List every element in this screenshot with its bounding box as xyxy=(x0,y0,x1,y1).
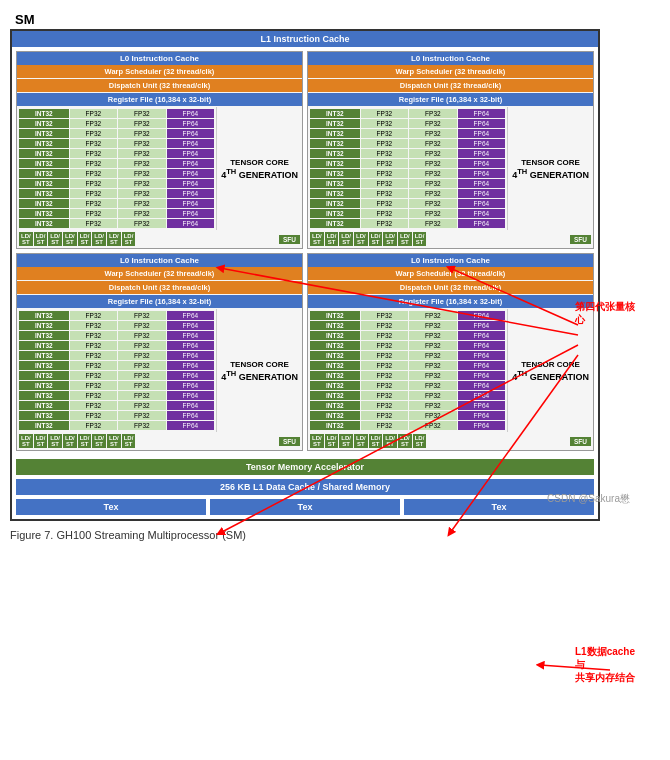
core-cell: FP32 xyxy=(409,109,457,118)
cores-grid-bl: INT32FP32FP32FP64INT32FP32FP32FP64INT32F… xyxy=(17,309,216,432)
core-cell: FP64 xyxy=(458,371,506,380)
core-cell: FP64 xyxy=(458,179,506,188)
core-cell: FP32 xyxy=(409,401,457,410)
core-cell: INT32 xyxy=(19,401,69,410)
ldst-cell: LD/ST xyxy=(398,232,412,246)
core-cell: FP64 xyxy=(458,331,506,340)
core-cell: FP64 xyxy=(458,199,506,208)
ldst-cell: LD/ST xyxy=(48,434,62,448)
ldst-cell: LD/ST xyxy=(19,434,33,448)
core-cell: INT32 xyxy=(19,341,69,350)
core-cell: INT32 xyxy=(310,179,360,188)
core-cell: INT32 xyxy=(310,411,360,420)
ldst-cell: LD/ST xyxy=(354,434,368,448)
core-cell: FP32 xyxy=(361,109,409,118)
core-cell: INT32 xyxy=(310,199,360,208)
core-cell: FP32 xyxy=(409,351,457,360)
core-cell: FP32 xyxy=(361,169,409,178)
core-cell: FP64 xyxy=(167,199,215,208)
warp-scheduler-tr: Warp Scheduler (32 thread/clk) xyxy=(308,65,593,78)
core-cell: FP32 xyxy=(361,421,409,430)
cores-area-bl: INT32FP32FP32FP64INT32FP32FP32FP64INT32F… xyxy=(17,309,302,432)
core-cell: FP32 xyxy=(118,311,166,320)
tensor-core-label-tl: TENSOR CORE xyxy=(230,158,289,167)
l1-data-cache: 256 KB L1 Data Cache / Shared Memory xyxy=(16,479,594,495)
core-cell: FP32 xyxy=(70,199,118,208)
ldst-cell: LD/ST xyxy=(78,434,92,448)
core-cell: FP32 xyxy=(118,351,166,360)
sfu-row-bl: LD/STLD/STLD/STLD/STLD/STLD/STLD/STLD/ST… xyxy=(17,432,302,450)
core-cell: FP64 xyxy=(167,179,215,188)
core-cell: INT32 xyxy=(310,331,360,340)
ldst-cell: LD/ST xyxy=(339,232,353,246)
core-cell: FP32 xyxy=(118,341,166,350)
core-cell: INT32 xyxy=(19,411,69,420)
ldst-cell: LD/ST xyxy=(339,434,353,448)
core-cell: FP32 xyxy=(361,391,409,400)
core-cell: FP32 xyxy=(70,179,118,188)
core-cell: INT32 xyxy=(310,311,360,320)
core-cell: FP64 xyxy=(167,109,215,118)
core-cell: FP32 xyxy=(118,159,166,168)
core-cell: FP32 xyxy=(70,159,118,168)
ldst-cell: LD/ST xyxy=(63,232,77,246)
core-cell: INT32 xyxy=(19,209,69,218)
core-cell: FP64 xyxy=(458,139,506,148)
core-cell: INT32 xyxy=(19,219,69,228)
warp-scheduler-tl: Warp Scheduler (32 thread/clk) xyxy=(17,65,302,78)
dispatch-unit-tr: Dispatch Unit (32 thread/clk) xyxy=(308,79,593,92)
tensor-core-bl: TENSOR CORE 4TH GENERATION xyxy=(216,309,302,432)
core-cell: FP64 xyxy=(167,119,215,128)
warp-scheduler-br: Warp Scheduler (32 thread/clk) xyxy=(308,267,593,280)
core-cell: FP32 xyxy=(70,321,118,330)
core-cell: FP32 xyxy=(70,189,118,198)
core-cell: INT32 xyxy=(310,109,360,118)
sfu-cell: SFU xyxy=(279,437,300,446)
ldst-cell: LD/ST xyxy=(92,232,106,246)
core-cell: FP64 xyxy=(167,391,215,400)
core-cell: FP64 xyxy=(458,401,506,410)
core-cell: FP32 xyxy=(118,411,166,420)
core-cell: FP32 xyxy=(361,129,409,138)
core-cell: FP32 xyxy=(70,371,118,380)
ldst-cell: LD/ST xyxy=(413,232,427,246)
tensor-memory-accelerator: Tensor Memory Accelerator xyxy=(16,459,594,475)
core-cell: FP64 xyxy=(458,209,506,218)
core-cell: FP32 xyxy=(409,199,457,208)
core-cell: FP32 xyxy=(409,189,457,198)
core-cell: INT32 xyxy=(310,219,360,228)
core-cell: FP32 xyxy=(118,219,166,228)
tensor-core-gen-tl: 4TH GENERATION xyxy=(221,167,298,180)
core-cell: FP32 xyxy=(361,381,409,390)
core-cell: FP64 xyxy=(167,361,215,370)
tensor-core-label-tr: TENSOR CORE xyxy=(521,158,580,167)
core-cell: FP64 xyxy=(167,381,215,390)
core-cell: INT32 xyxy=(19,331,69,340)
core-cell: FP32 xyxy=(118,391,166,400)
warp-scheduler-bl: Warp Scheduler (32 thread/clk) xyxy=(17,267,302,280)
core-cell: FP64 xyxy=(458,341,506,350)
core-cell: FP64 xyxy=(458,119,506,128)
core-cell: FP32 xyxy=(409,159,457,168)
core-cell: FP64 xyxy=(458,351,506,360)
core-cell: FP32 xyxy=(70,351,118,360)
core-cell: FP32 xyxy=(361,139,409,148)
core-cell: FP32 xyxy=(118,401,166,410)
core-cell: FP32 xyxy=(70,219,118,228)
core-cell: FP64 xyxy=(167,189,215,198)
tensor-core-gen-tr: 4TH GENERATION xyxy=(512,167,589,180)
core-cell: FP32 xyxy=(361,149,409,158)
ldst-cell: LD/ST xyxy=(398,434,412,448)
annotation-tensor-core: 第四代张量核心 xyxy=(575,300,640,326)
core-cell: INT32 xyxy=(310,129,360,138)
register-file-bl: Register File (16,384 x 32-bit) xyxy=(17,295,302,308)
ldst-cell: LD/ST xyxy=(92,434,106,448)
annotation-l1-cache: L1数据cache与 共享内存结合 xyxy=(575,645,640,684)
core-cell: FP32 xyxy=(409,341,457,350)
ldst-cell: LD/ST xyxy=(310,232,324,246)
sfu-cell: SFU xyxy=(570,235,591,244)
l0-cache-br: L0 Instruction Cache xyxy=(308,254,593,267)
l1-instruction-cache-bar: L1 Instruction Cache xyxy=(12,31,598,47)
csdn-credit: CSDN @Sakura懋 xyxy=(547,492,630,506)
ldst-cell: LD/ST xyxy=(413,434,427,448)
